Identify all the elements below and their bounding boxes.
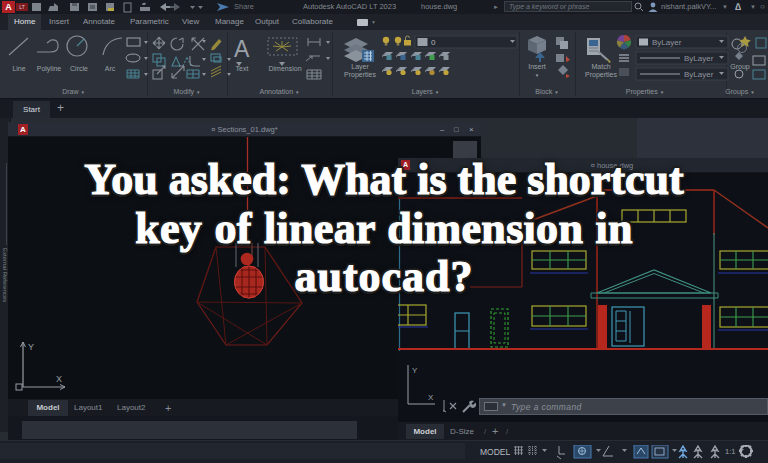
svg-text:Y: Y	[28, 342, 34, 352]
svg-text:X: X	[56, 374, 62, 384]
svg-text:ByLayer: ByLayer	[684, 70, 714, 79]
svg-text:0: 0	[431, 38, 436, 47]
svg-text:ByLayer: ByLayer	[652, 38, 682, 47]
svg-text:1:1: 1:1	[725, 447, 735, 456]
svg-text:Y: Y	[412, 366, 418, 375]
svg-text:ByLayer: ByLayer	[684, 54, 714, 63]
svg-text:A: A	[234, 36, 250, 62]
svg-text:X: X	[428, 393, 434, 402]
